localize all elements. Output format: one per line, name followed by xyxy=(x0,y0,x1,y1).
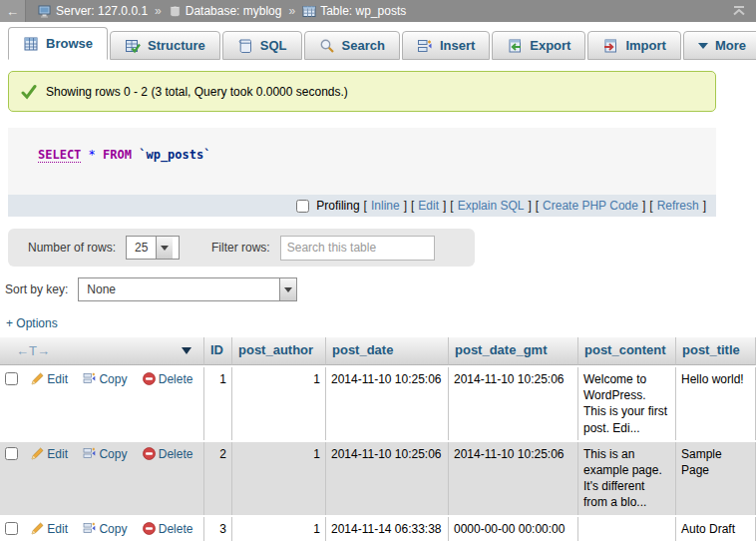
sql-query: SELECT * FROM `wp_posts` xyxy=(8,128,716,195)
delete-label: Delete xyxy=(159,522,193,536)
breadcrumb-table[interactable]: Table: wp_posts xyxy=(302,4,406,18)
row-checkbox[interactable] xyxy=(5,522,18,535)
column-header-id[interactable]: ID xyxy=(204,337,232,365)
bracket: [ xyxy=(536,199,539,213)
cell-post-date-gmt: 0000-00-00 00:00:00 xyxy=(449,517,578,541)
inline-link[interactable]: Inline xyxy=(371,199,400,213)
table-row: Edit Copy Delete 1 1 2014-11-10 10:25:06… xyxy=(0,367,756,440)
filter-rows-input[interactable] xyxy=(280,236,435,261)
dropdown-arrow-icon xyxy=(279,278,296,300)
table-row: Edit Copy Delete 2 1 2014-11-10 10:25:06… xyxy=(0,442,756,515)
copy-icon xyxy=(83,522,96,535)
status-message-text: Showing rows 0 - 2 (3 total, Query took … xyxy=(46,85,348,99)
tab-export[interactable]: Export xyxy=(492,31,585,60)
breadcrumb-server[interactable]: Server: 127.0.0.1 xyxy=(38,4,148,18)
sql-keyword-select[interactable]: SELECT xyxy=(38,148,81,163)
chevron-down-icon xyxy=(698,43,708,54)
copy-row-link[interactable]: Copy xyxy=(83,522,127,536)
sort-by-key-value: None xyxy=(79,278,279,300)
profiling-checkbox[interactable] xyxy=(296,200,309,213)
tab-browse[interactable]: Browse xyxy=(8,27,108,60)
table-icon xyxy=(302,5,316,18)
number-of-rows-select[interactable]: 25 xyxy=(126,236,180,260)
database-icon xyxy=(169,5,182,18)
query-section: SELECT * FROM `wp_posts` Profiling [ Inl… xyxy=(8,128,716,217)
column-header-post-title[interactable]: post_title xyxy=(676,337,756,365)
delete-row-link[interactable]: Delete xyxy=(143,447,193,461)
tab-search[interactable]: Search xyxy=(304,31,400,60)
collapse-topbar-button[interactable] xyxy=(732,5,746,17)
options-toggle-link[interactable]: + Options xyxy=(6,316,58,330)
explain-sql-link[interactable]: Explain SQL xyxy=(458,199,525,213)
edit-label: Edit xyxy=(47,447,68,461)
bracket: [ xyxy=(649,199,652,213)
copy-icon xyxy=(83,447,96,460)
create-php-code-link[interactable]: Create PHP Code xyxy=(543,199,638,213)
back-button[interactable]: ← xyxy=(0,0,26,22)
cell-post-date-gmt: 2014-11-10 10:25:06 xyxy=(449,442,578,515)
edit-row-link[interactable]: Edit xyxy=(31,522,68,536)
cell-post-content: This is an example page. It's different … xyxy=(578,442,676,515)
refresh-link[interactable]: Refresh xyxy=(657,199,699,213)
bracket: [ xyxy=(411,199,414,213)
breadcrumb-table-label: Table: wp_posts xyxy=(320,4,406,18)
copy-row-link[interactable]: Copy xyxy=(83,372,127,386)
column-header-post-content[interactable]: post_content xyxy=(578,337,676,365)
edit-label: Edit xyxy=(47,372,68,386)
column-header-post-date-gmt[interactable]: post_date_gmt xyxy=(449,337,578,365)
tab-more[interactable]: More xyxy=(683,31,756,60)
tab-export-label: Export xyxy=(530,38,570,53)
tab-import-label: Import xyxy=(625,38,665,53)
breadcrumb-database-label: Database: myblog xyxy=(186,4,282,18)
column-header-post-date[interactable]: post_date xyxy=(326,337,449,365)
sql-star: * xyxy=(89,148,96,162)
cell-post-author: 1 xyxy=(232,367,326,440)
query-toolbar: Profiling [ Inline ] [ Edit ] [ Explain … xyxy=(8,195,716,217)
bracket: ] xyxy=(642,199,645,213)
bracket: ] xyxy=(443,199,446,213)
delete-row-link[interactable]: Delete xyxy=(143,522,193,536)
table-header-row: ←T→ ID post_author post_date post_date_g… xyxy=(0,337,756,365)
pencil-icon xyxy=(31,522,44,535)
dropdown-arrow-icon xyxy=(156,237,173,259)
edit-label: Edit xyxy=(47,522,68,536)
bracket: [ xyxy=(364,199,367,213)
cell-post-date: 2014-11-10 10:25:06 xyxy=(326,367,449,440)
column-header-post-author[interactable]: post_author xyxy=(232,337,326,365)
search-icon xyxy=(319,38,335,54)
number-of-rows-label: Number of rows: xyxy=(28,241,116,255)
copy-row-link[interactable]: Copy xyxy=(83,447,127,461)
tab-search-label: Search xyxy=(342,38,385,53)
tab-sql[interactable]: SQL xyxy=(222,31,302,60)
tab-insert[interactable]: Insert xyxy=(402,31,490,60)
cell-post-title: Auto Draft xyxy=(676,517,756,541)
edit-row-link[interactable]: Edit xyxy=(31,447,68,461)
tab-bar: Browse Structure SQL Search Insert Expor… xyxy=(0,22,756,60)
tab-import[interactable]: Import xyxy=(587,31,680,60)
tab-more-label: More xyxy=(715,38,746,53)
edit-query-link[interactable]: Edit xyxy=(418,199,439,213)
breadcrumb-server-label: Server: 127.0.0.1 xyxy=(56,4,148,18)
sql-icon xyxy=(237,38,253,54)
collapse-icon xyxy=(732,5,746,17)
cell-id: 1 xyxy=(204,367,232,440)
back-arrow-icon: ← xyxy=(6,4,19,19)
sort-desc-icon[interactable] xyxy=(182,347,191,359)
bracket: [ xyxy=(450,199,453,213)
breadcrumb-bar: ← Server: 127.0.0.1 » Database: myblog »… xyxy=(0,0,756,22)
column-nav-icon[interactable]: ←T→ xyxy=(16,343,50,358)
row-checkbox[interactable] xyxy=(5,372,18,385)
rows-control-bar: Number of rows: 25 Filter rows: xyxy=(8,229,475,267)
delete-row-link[interactable]: Delete xyxy=(143,372,193,386)
row-checkbox[interactable] xyxy=(5,447,18,460)
delete-icon xyxy=(143,447,156,460)
delete-icon xyxy=(143,522,156,535)
copy-label: Copy xyxy=(99,447,127,461)
sort-by-key-select[interactable]: None xyxy=(78,277,297,301)
edit-row-link[interactable]: Edit xyxy=(31,372,68,386)
tab-structure[interactable]: Structure xyxy=(110,31,220,60)
breadcrumb-database[interactable]: Database: myblog xyxy=(169,4,282,18)
cell-id: 2 xyxy=(204,442,232,515)
breadcrumb: Server: 127.0.0.1 » Database: myblog » T… xyxy=(38,4,732,18)
breadcrumb-separator: » xyxy=(288,4,295,18)
